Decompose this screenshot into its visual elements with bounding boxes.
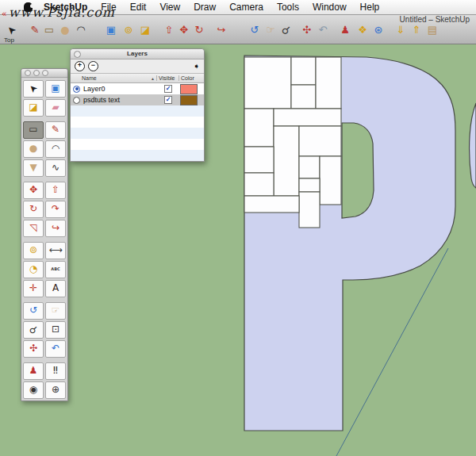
google-earth-icon[interactable]: ⊛ [372,22,385,38]
subdivision-cell [320,156,341,205]
paint-bucket-tool-icon[interactable]: ◪ [23,99,44,117]
menu-item-help[interactable]: Help [360,2,380,13]
polygon-tool-icon[interactable]: ▼ [23,159,44,177]
tool-row: ◪▰ [23,99,66,117]
offset-tool-icon[interactable]: ↪ [45,220,66,237]
subdivision-cell [274,109,341,126]
eraser-tool-icon[interactable]: ▰ [45,99,66,117]
layer-row[interactable]: psdtuts text✓ [71,94,204,105]
active-layer-radio[interactable] [73,86,80,93]
zoom-extents-icon[interactable]: ✣ [301,22,313,38]
text-tool-icon[interactable]: ABC [45,261,66,278]
visible-checkbox[interactable]: ✓ [164,96,172,104]
model-figure-icon[interactable]: ♟ [339,22,351,38]
move-tool-icon[interactable]: ✥ [23,182,44,199]
menu-item-window[interactable]: Window [313,2,347,13]
menu-item-edit[interactable]: Edit [130,2,147,13]
menu-item-camera[interactable]: Camera [229,2,263,13]
freehand-tool-icon[interactable]: ∿ [45,159,66,177]
menu-item-tools[interactable]: Tools [277,2,299,13]
offset-tool-icon[interactable]: ↪ [215,22,228,38]
share-model-icon[interactable]: ⇑ [410,22,423,38]
orbit-tool-icon[interactable]: ↺ [248,22,261,38]
subdivision-cell [274,126,299,196]
orbit-tool-icon[interactable]: ↺ [23,302,44,320]
rectangle-tool-icon[interactable]: ▭ [23,121,44,139]
dimension-tool-icon[interactable]: ⟷ [45,242,66,259]
tool-group-separator [22,358,67,361]
line-tool-icon[interactable]: ✎ [29,22,41,38]
protractor-tool-icon[interactable]: ◔ [23,261,44,278]
position-pin-icon[interactable]: ❖ [356,22,369,38]
make-component-tool-icon[interactable]: ▣ [45,80,66,98]
rotate-tool-icon[interactable]: ↻ [193,22,205,38]
subdivision-cell [244,173,274,196]
empty-layer-row [71,117,204,128]
zoom-tool-icon[interactable]: ⚲ [23,321,44,339]
pan-tool-icon[interactable]: ☞ [45,302,66,320]
empty-layer-row [71,128,204,139]
tape-measure-tool-icon[interactable]: ⊚ [23,242,44,259]
active-layer-radio[interactable] [73,97,80,104]
sort-ascending-icon: ▲ [151,76,155,81]
add-layer-button[interactable]: + [75,61,85,71]
subdivision-cell [244,196,299,213]
select-tool-icon[interactable]: ➤ [5,22,17,38]
zoom-extents-tool-icon[interactable]: ✣ [23,340,44,358]
rectangle-tool-icon[interactable]: ▭ [43,22,56,38]
previous-view-tool-icon[interactable]: ↶ [45,340,66,358]
3d-text-tool-icon[interactable]: A [45,280,66,297]
push-pull-icon[interactable]: ⇧ [163,22,175,38]
walk-tool-icon[interactable]: ‼ [45,362,66,380]
layer-color-swatch[interactable] [180,95,198,105]
minimize-icon[interactable] [33,70,40,76]
field-of-view-tool-icon[interactable]: ⊕ [45,381,66,399]
menu-item-view[interactable]: View [159,2,180,13]
tool-row: ▭✎ [23,121,66,139]
axes-tool-icon[interactable]: ✛ [23,280,44,297]
get-models-icon[interactable]: ⇓ [394,22,407,38]
tool-group-separator [22,177,67,180]
layers-titlebar[interactable]: Layers [71,49,204,59]
empty-layer-row [71,105,204,117]
warehouse-icon[interactable]: ▤ [426,22,439,38]
subdivision-cell [299,126,341,156]
zoom-window-tool-icon[interactable]: ⊡ [45,321,66,339]
color-column-header[interactable]: Color [178,75,198,81]
subdivision-cell [244,57,291,109]
layers-palette: Layers + − ➧ Name ▲ Visible Color Layer0… [70,48,205,162]
menu-item-draw[interactable]: Draw [194,2,216,13]
subdivision-cell [299,192,320,228]
paint-bucket-icon[interactable]: ◪ [139,22,152,38]
circle-tool-icon[interactable]: ● [23,140,44,158]
visible-column-header[interactable]: Visible [156,75,178,81]
pan-tool-icon[interactable]: ☞ [264,22,277,38]
arc-tool-icon[interactable]: ◠ [75,22,87,38]
look-around-tool-icon[interactable]: ◉ [23,381,44,399]
push-pull-tool-icon[interactable]: ⇧ [45,182,66,199]
rotate-tool-icon[interactable]: ↻ [23,201,44,218]
visible-checkbox[interactable]: ✓ [164,85,172,93]
close-icon[interactable] [74,51,81,58]
circle-tool-icon[interactable]: ● [59,22,71,38]
tool-group-separator [22,297,67,301]
name-column-header[interactable]: Name ▲ [71,75,156,81]
scale-tool-icon[interactable]: ◹ [23,220,44,237]
previous-view-icon[interactable]: ↶ [317,22,329,38]
zoom-tool-icon[interactable]: ⚲ [280,22,293,38]
select-tool-icon[interactable]: ➤ [23,80,44,98]
detail-arrow-icon[interactable]: ➧ [194,62,200,71]
layer-row[interactable]: Layer0✓ [71,83,204,94]
tape-measure-icon[interactable]: ⊚ [122,22,135,38]
arc-tool-icon[interactable]: ◠ [45,140,66,158]
layer-color-swatch[interactable] [180,84,198,94]
move-tool-icon[interactable]: ✥ [178,22,190,38]
make-component-icon[interactable]: ▣ [105,22,117,38]
close-icon[interactable] [25,70,31,76]
line-tool-icon[interactable]: ✎ [45,121,66,139]
tool-palette-titlebar[interactable] [21,69,67,78]
position-camera-tool-icon[interactable]: ♟ [23,362,44,380]
remove-layer-button[interactable]: − [88,61,98,71]
follow-me-tool-icon[interactable]: ↷ [45,201,66,218]
zoom-window-icon[interactable] [42,70,48,76]
